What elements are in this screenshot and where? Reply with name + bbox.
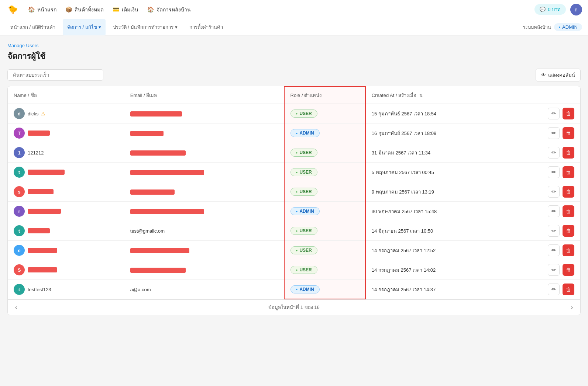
actions-cell: ✏ 🗑	[509, 163, 580, 182]
edit-button[interactable]: ✏	[548, 108, 560, 119]
users-table: Name / ชื่อ Email / อีเมล Role / ตำแหน่ง…	[8, 86, 580, 299]
table-row: rADMIN30 พฤษภาคม 2567 เวลา 15:48 ✏ 🗑	[8, 202, 580, 221]
delete-button[interactable]: 🗑	[563, 127, 574, 139]
col-actions	[509, 87, 580, 104]
col-role: Role / ตำแหน่ง	[284, 87, 365, 104]
subnav-home-stats[interactable]: หน้าแรก / สถิติร้านค้า	[6, 19, 60, 35]
email-cell	[124, 163, 284, 182]
redacted-name	[28, 267, 57, 272]
edit-button[interactable]: ✏	[548, 166, 560, 178]
user-email: a@a.com	[130, 287, 151, 292]
table-row: SUSER14 กรกฎาคม 2567 เวลา 14:02 ✏ 🗑	[8, 260, 580, 280]
subnav-manage-edit[interactable]: จัดการ / แก้ไข ▾	[63, 19, 106, 35]
role-cell: USER	[284, 104, 365, 124]
email-cell	[124, 241, 284, 260]
trash-icon: 🗑	[566, 267, 571, 273]
nav-topup[interactable]: 💳 เติมเงิน	[113, 6, 138, 14]
redacted-email	[130, 111, 182, 117]
role-badge: USER	[290, 266, 317, 274]
redacted-name	[28, 209, 61, 214]
trash-icon: 🗑	[566, 189, 571, 195]
role-badge: ADMIN	[290, 129, 320, 137]
table-row: eUSER14 กรกฎาคม 2567 เวลา 12:52 ✏ 🗑	[8, 241, 580, 260]
edit-button[interactable]: ✏	[548, 127, 560, 139]
edit-button[interactable]: ✏	[548, 225, 560, 237]
users-table-container: Name / ชื่อ Email / อีเมล Role / ตำแหน่ง…	[7, 86, 581, 315]
delete-button[interactable]: 🗑	[563, 108, 574, 119]
edit-button[interactable]: ✏	[548, 205, 560, 217]
nav-backend[interactable]: 🏠 จัดการหลังบ้าน	[147, 6, 191, 14]
pencil-icon: ✏	[551, 130, 556, 136]
edit-button[interactable]: ✏	[548, 264, 560, 276]
edit-button[interactable]: ✏	[548, 186, 560, 198]
chevron-down-icon: ▾	[99, 24, 101, 30]
delete-button[interactable]: 🗑	[563, 166, 574, 178]
redacted-email	[130, 170, 204, 175]
redacted-name	[28, 131, 50, 136]
redacted-email	[130, 150, 186, 156]
created-at-cell: 14 กรกฎาคม 2567 เวลา 14:37	[365, 280, 509, 299]
avatar: t	[14, 284, 25, 295]
edit-button[interactable]: ✏	[548, 284, 560, 295]
user-avatar[interactable]: r	[570, 4, 582, 15]
pagination-prev-button[interactable]: ‹	[12, 303, 20, 312]
role-badge: ADMIN	[290, 207, 320, 215]
search-input[interactable]	[7, 69, 103, 81]
delete-button[interactable]: 🗑	[563, 186, 574, 198]
nav-home[interactable]: 🏠 หน้าแรก	[28, 6, 56, 14]
redacted-email	[130, 131, 164, 136]
edit-button[interactable]: ✏	[548, 244, 560, 256]
balance-badge[interactable]: 💬 0 บาท	[534, 4, 566, 15]
role-badge: USER	[290, 168, 317, 176]
avatar: t	[14, 225, 25, 236]
role-cell: USER	[284, 241, 365, 260]
redacted-name	[28, 228, 50, 233]
delete-button[interactable]: 🗑	[563, 244, 574, 256]
actions-cell: ✏ 🗑	[509, 221, 580, 241]
email-cell	[124, 143, 284, 163]
avatar: r	[14, 206, 25, 217]
name-cell: T	[8, 124, 124, 143]
pencil-icon: ✏	[551, 247, 556, 254]
created-at-cell: 16 กุมภาพันธ์ 2567 เวลา 18:09	[365, 124, 509, 143]
delete-button[interactable]: 🗑	[563, 225, 574, 237]
delete-button[interactable]: 🗑	[563, 284, 574, 295]
warning-icon: ⚠	[41, 111, 45, 117]
delete-button[interactable]: 🗑	[563, 205, 574, 217]
pencil-icon: ✏	[551, 110, 556, 117]
role-cell: USER	[284, 260, 365, 280]
nav-products[interactable]: 📦 สินค้าทั้งหมด	[65, 6, 104, 14]
subnav-settings[interactable]: การตั้งค่าร้านค้า	[185, 19, 227, 35]
pagination-row: ‹ ข้อมูลในหน้าที่ 1 ของ 16 ›	[8, 299, 580, 315]
delete-button[interactable]: 🗑	[563, 147, 574, 159]
redacted-email	[130, 189, 175, 195]
trash-icon: 🗑	[566, 247, 571, 253]
pagination-next-button[interactable]: ›	[568, 303, 576, 312]
created-at-cell: 31 มีนาคม 2567 เวลา 11:34	[365, 143, 509, 163]
col-created-at[interactable]: Created At / สร้างเมื่อ ⇅	[365, 87, 509, 104]
email-cell: test@gmailc.om	[124, 221, 284, 241]
name-cell: S	[8, 260, 124, 280]
delete-button[interactable]: 🗑	[563, 264, 574, 276]
pencil-icon: ✏	[551, 267, 556, 273]
created-at-cell: 30 พฤษภาคม 2567 เวลา 15:48	[365, 202, 509, 221]
role-badge: USER	[290, 246, 317, 254]
role-cell: ADMIN	[284, 124, 365, 143]
home-icon: 🏠	[28, 6, 35, 13]
products-icon: 📦	[65, 6, 72, 13]
redacted-email	[130, 248, 189, 253]
actions-cell: ✏ 🗑	[509, 124, 580, 143]
table-row: ttesttest123a@a.comADMIN14 กรกฎาคม 2567 …	[8, 280, 580, 299]
subnav-history[interactable]: ประวัติ / บันทึกการทำรายการ ▾	[109, 19, 182, 35]
col-name: Name / ชื่อ	[8, 87, 124, 104]
role-cell: ADMIN	[284, 280, 365, 299]
edit-button[interactable]: ✏	[548, 147, 560, 159]
chevron-down-icon-2: ▾	[175, 24, 178, 30]
pagination-info: ข้อมูลในหน้าที่ 1 ของ 16	[268, 303, 320, 311]
redacted-email	[130, 268, 186, 273]
show-columns-button[interactable]: 👁 แสดงคอลัมน์	[536, 69, 581, 81]
top-nav-items: 🏠 หน้าแรก 📦 สินค้าทั้งหมด 💳 เติมเงิน 🏠 จ…	[28, 6, 526, 14]
eye-icon: 👁	[541, 72, 546, 78]
avatar: e	[14, 245, 25, 256]
role-badge: USER	[290, 188, 317, 196]
